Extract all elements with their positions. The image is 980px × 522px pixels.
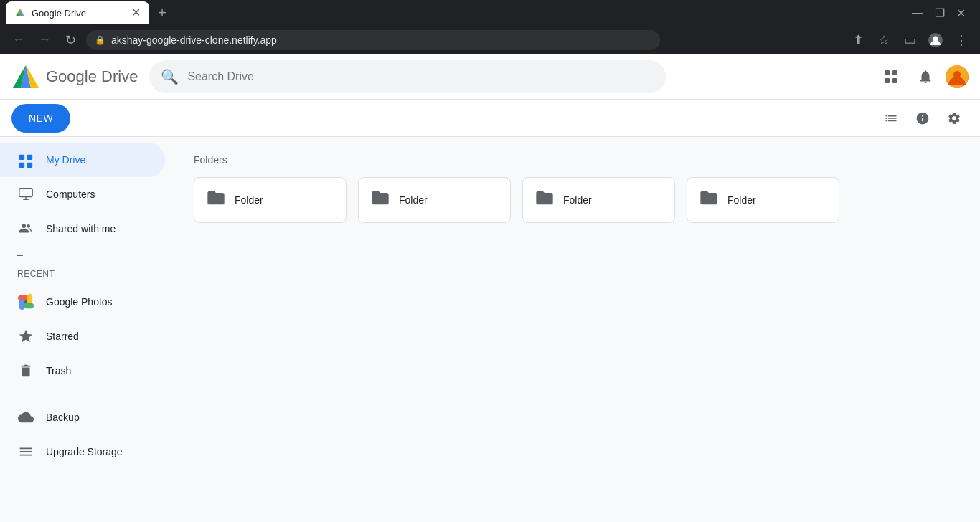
sidebar-dash: – [0, 246, 176, 263]
search-icon: 🔍 [161, 68, 179, 85]
shared-with-me-icon [17, 221, 34, 237]
refresh-button[interactable]: ↻ [60, 30, 80, 50]
new-button[interactable]: NEW [11, 104, 70, 133]
app-toolbar: NEW [0, 100, 980, 137]
sidebar-label-starred: Starred [46, 331, 79, 342]
browser-chrome: Google Drive ✕ + — ❐ ✕ ← → ↻ 🔒 akshay-go… [0, 0, 980, 54]
address-bar-row: ← → ↻ 🔒 akshay-google-drive-clone.netlif… [0, 26, 980, 54]
settings-button[interactable] [940, 104, 969, 133]
close-button[interactable]: ✕ [956, 6, 966, 20]
folders-section-title: Folders [194, 154, 963, 166]
backup-icon [17, 409, 34, 425]
tab-favicon [14, 7, 26, 19]
sidebar-item-my-drive[interactable]: My Drive [0, 143, 165, 177]
sidebar-item-google-photos[interactable]: Google Photos [0, 285, 165, 319]
svg-rect-15 [885, 78, 890, 83]
address-bar[interactable]: 🔒 akshay-google-drive-clone.netlify.app [86, 30, 660, 50]
avatar[interactable] [946, 65, 969, 88]
sidebar-item-backup[interactable]: Backup [0, 400, 165, 435]
app-logo: Google Drive [11, 64, 138, 89]
sidebar-label-computers: Computers [46, 189, 95, 200]
app-name: Google Drive [46, 67, 138, 86]
content-area: Folders Folder Folde [176, 137, 980, 522]
svg-rect-16 [892, 78, 897, 83]
svg-point-24 [22, 224, 27, 229]
list-view-button[interactable] [877, 104, 905, 133]
my-drive-icon [17, 152, 34, 168]
search-bar[interactable]: 🔍 [149, 60, 666, 93]
svg-rect-19 [19, 155, 24, 160]
sidebar-label-shared-with-me: Shared with me [46, 223, 116, 234]
svg-rect-20 [27, 155, 32, 160]
app-container: Google Drive 🔍 [0, 54, 980, 522]
svg-marker-10 [13, 72, 22, 88]
share-icon[interactable]: ⬆ [848, 30, 868, 50]
folder-icon-2 [370, 188, 390, 212]
tab-bar: Google Drive ✕ + — ❐ ✕ [0, 0, 980, 26]
sidebar-item-computers[interactable]: Computers [0, 177, 165, 212]
folders-grid: Folder Folder Fold [194, 177, 839, 223]
bookmark-icon[interactable]: ☆ [874, 30, 894, 50]
sidebar-label-google-photos: Google Photos [46, 296, 113, 308]
sidebar-item-shared-with-me[interactable]: Shared with me [0, 212, 165, 246]
sidebar: My Drive Computers [0, 137, 176, 522]
search-input[interactable] [187, 70, 654, 83]
app-header: Google Drive 🔍 [0, 54, 980, 100]
folder-name-2: Folder [399, 194, 428, 206]
folder-name-4: Folder [727, 194, 756, 206]
lock-icon: 🔒 [95, 35, 105, 45]
address-text: akshay-google-drive-clone.netlify.app [111, 34, 277, 46]
tab-layout-icon[interactable]: ▭ [900, 30, 920, 50]
sidebar-item-trash[interactable]: Trash [0, 353, 165, 388]
svg-marker-11 [30, 72, 39, 88]
folder-name-1: Folder [235, 194, 263, 206]
svg-rect-14 [892, 70, 897, 75]
google-photos-icon [17, 294, 34, 310]
new-tab-button[interactable]: + [152, 3, 172, 23]
svg-rect-13 [885, 70, 890, 75]
folder-icon-1 [206, 188, 226, 212]
folder-card-3[interactable]: Folder [522, 177, 675, 223]
tab-title: Google Drive [32, 8, 126, 19]
svg-point-25 [27, 224, 30, 228]
main-layout: My Drive Computers [0, 137, 980, 522]
address-bar-actions: ⬆ ☆ ▭ ⋮ [848, 30, 971, 50]
starred-icon [17, 328, 34, 344]
sidebar-label-my-drive: My Drive [46, 154, 85, 166]
apps-button[interactable] [877, 62, 905, 91]
forward-button[interactable]: → [34, 30, 55, 50]
profile-icon[interactable] [925, 30, 946, 50]
minimize-button[interactable]: — [912, 6, 923, 19]
folder-card-4[interactable]: Folder [687, 177, 839, 223]
restore-button[interactable]: ❐ [935, 6, 945, 20]
computers-icon [17, 186, 34, 202]
drive-logo-icon [11, 64, 40, 89]
notifications-button[interactable] [911, 62, 940, 91]
sidebar-divider [0, 394, 176, 394]
sidebar-label-upgrade-storage: Upgrade Storage [46, 446, 123, 457]
back-button[interactable]: ← [9, 30, 29, 50]
sidebar-item-starred[interactable]: Starred [0, 319, 165, 353]
folder-card-1[interactable]: Folder [194, 177, 347, 223]
sidebar-section-recent: Recent [0, 263, 176, 285]
svg-rect-21 [19, 163, 24, 168]
folder-name-3: Folder [563, 194, 592, 206]
folder-card-2[interactable]: Folder [358, 177, 511, 223]
svg-rect-23 [19, 189, 32, 197]
trash-icon [17, 363, 34, 379]
folder-icon-3 [534, 188, 555, 212]
folder-icon-4 [699, 188, 719, 212]
upgrade-storage-icon [17, 444, 34, 460]
header-actions [877, 62, 969, 91]
info-button[interactable] [908, 104, 937, 133]
avatar-image [946, 65, 969, 88]
active-tab[interactable]: Google Drive ✕ [6, 1, 149, 24]
menu-icon[interactable]: ⋮ [951, 30, 971, 50]
tab-close-button[interactable]: ✕ [131, 7, 141, 19]
sidebar-label-backup: Backup [46, 412, 80, 423]
sidebar-item-upgrade-storage[interactable]: Upgrade Storage [0, 435, 165, 469]
svg-rect-22 [27, 163, 32, 168]
sidebar-label-trash: Trash [46, 365, 71, 376]
toolbar-right [877, 104, 969, 133]
window-controls: — ❐ ✕ [912, 6, 974, 20]
